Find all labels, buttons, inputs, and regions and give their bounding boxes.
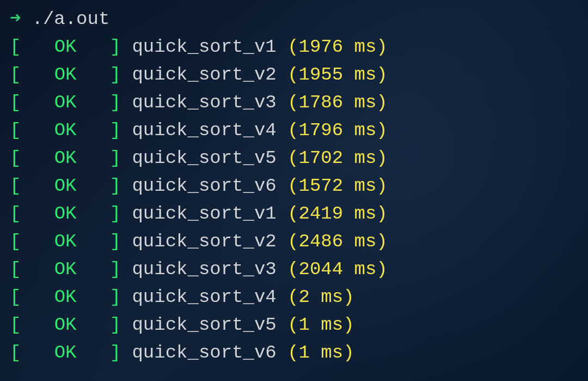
- results-list: [ OK ] quick_sort_v1 (1976 ms)[ OK ] qui…: [10, 33, 578, 367]
- spacer: [277, 89, 287, 117]
- bracket-left: [: [10, 61, 54, 89]
- timing: (2 ms): [287, 283, 354, 311]
- result-line: [ OK ] quick_sort_v4 (2 ms): [10, 283, 578, 311]
- spacer: [277, 256, 287, 283]
- bracket-right: ]: [76, 256, 132, 283]
- bracket-left: [: [10, 172, 54, 200]
- bracket-left: [: [10, 117, 54, 144]
- spacer: [277, 339, 287, 367]
- status-ok: OK: [54, 33, 77, 61]
- bracket-right: ]: [76, 200, 132, 228]
- result-line: [ OK ] quick_sort_v6 (1572 ms): [10, 172, 578, 200]
- bracket-right: ]: [76, 228, 132, 256]
- result-line: [ OK ] quick_sort_v1 (1976 ms): [10, 33, 578, 61]
- bracket-left: [: [10, 283, 54, 311]
- test-name: quick_sort_v1: [132, 200, 276, 228]
- test-name: quick_sort_v2: [132, 61, 276, 89]
- timing: (1 ms): [287, 311, 354, 339]
- result-line: [ OK ] quick_sort_v5 (1 ms): [10, 311, 578, 339]
- result-line: [ OK ] quick_sort_v4 (1796 ms): [10, 117, 578, 144]
- result-line: [ OK ] quick_sort_v2 (1955 ms): [10, 61, 578, 89]
- test-name: quick_sort_v4: [132, 283, 276, 311]
- status-ok: OK: [54, 144, 77, 172]
- prompt-line: ➜ ./a.out: [10, 5, 578, 33]
- spacer: [277, 311, 287, 339]
- status-ok: OK: [54, 256, 77, 283]
- bracket-right: ]: [76, 33, 132, 61]
- test-name: quick_sort_v5: [132, 311, 276, 339]
- bracket-right: ]: [76, 61, 132, 89]
- test-name: quick_sort_v4: [132, 117, 276, 144]
- test-name: quick_sort_v3: [132, 89, 276, 117]
- bracket-left: [: [10, 144, 54, 172]
- result-line: [ OK ] quick_sort_v6 (1 ms): [10, 339, 578, 367]
- status-ok: OK: [54, 339, 77, 367]
- bracket-left: [: [10, 228, 54, 256]
- spacer: [277, 172, 287, 200]
- bracket-right: ]: [76, 283, 132, 311]
- status-ok: OK: [54, 117, 77, 144]
- result-line: [ OK ] quick_sort_v1 (2419 ms): [10, 200, 578, 228]
- status-ok: OK: [54, 61, 77, 89]
- timing: (2044 ms): [287, 256, 388, 283]
- spacer: [277, 228, 287, 256]
- result-line: [ OK ] quick_sort_v2 (2486 ms): [10, 228, 578, 256]
- bracket-left: [: [10, 311, 54, 339]
- test-name: quick_sort_v2: [132, 228, 276, 256]
- bracket-right: ]: [76, 311, 132, 339]
- prompt-arrow-icon: ➜: [10, 5, 21, 33]
- bracket-left: [: [10, 256, 54, 283]
- bracket-right: ]: [76, 172, 132, 200]
- timing: (1976 ms): [287, 33, 388, 61]
- bracket-right: ]: [76, 339, 132, 367]
- status-ok: OK: [54, 200, 77, 228]
- test-name: quick_sort_v1: [132, 33, 276, 61]
- timing: (1702 ms): [287, 144, 388, 172]
- test-name: quick_sort_v5: [132, 144, 276, 172]
- spacer: [277, 200, 287, 228]
- terminal-output: ➜ ./a.out [ OK ] quick_sort_v1 (1976 ms)…: [10, 5, 578, 367]
- bracket-right: ]: [76, 144, 132, 172]
- bracket-left: [: [10, 200, 54, 228]
- status-ok: OK: [54, 228, 77, 256]
- status-ok: OK: [54, 311, 77, 339]
- test-name: quick_sort_v6: [132, 339, 276, 367]
- timing: (2486 ms): [287, 228, 388, 256]
- spacer: [277, 61, 287, 89]
- timing: (2419 ms): [287, 200, 388, 228]
- timing: (1572 ms): [287, 172, 388, 200]
- test-name: quick_sort_v6: [132, 172, 276, 200]
- spacer: [277, 117, 287, 144]
- timing: (1955 ms): [287, 61, 388, 89]
- bracket-right: ]: [76, 117, 132, 144]
- timing: (1 ms): [287, 339, 354, 367]
- result-line: [ OK ] quick_sort_v3 (2044 ms): [10, 256, 578, 283]
- status-ok: OK: [54, 89, 77, 117]
- status-ok: OK: [54, 283, 77, 311]
- bracket-left: [: [10, 339, 54, 367]
- spacer: [277, 144, 287, 172]
- result-line: [ OK ] quick_sort_v5 (1702 ms): [10, 144, 578, 172]
- status-ok: OK: [54, 172, 77, 200]
- command-text: ./a.out: [32, 5, 109, 33]
- result-line: [ OK ] quick_sort_v3 (1786 ms): [10, 89, 578, 117]
- bracket-right: ]: [76, 89, 132, 117]
- bracket-left: [: [10, 33, 54, 61]
- spacer: [277, 33, 287, 61]
- timing: (1786 ms): [287, 89, 388, 117]
- spacer: [277, 283, 287, 311]
- bracket-left: [: [10, 89, 54, 117]
- timing: (1796 ms): [287, 117, 388, 144]
- test-name: quick_sort_v3: [132, 256, 276, 283]
